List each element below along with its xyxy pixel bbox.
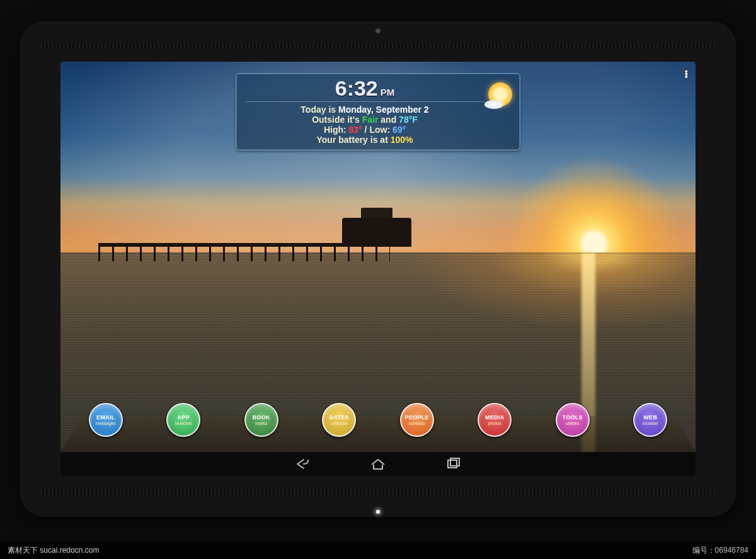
clock-ampm: PM (381, 87, 395, 98)
speaker-top (40, 43, 716, 49)
dock-tools[interactable]: TOOLSutilities (556, 403, 590, 438)
bookmarks-icon: BOOKmarks (244, 403, 278, 437)
status-widget[interactable]: 6:32PM Today is Monday, September 2 Outs… (236, 73, 520, 150)
clock-readout: 6:32PM (245, 77, 484, 99)
dock-book[interactable]: BOOKmarks (244, 403, 278, 438)
android-navbar (60, 452, 696, 476)
nav-back-button[interactable] (293, 457, 312, 471)
stock-id: 编号：06946784 (692, 545, 748, 556)
overflow-menu-icon[interactable]: ••• (684, 71, 688, 78)
dock-email[interactable]: EMAILmessages (89, 403, 123, 438)
contacts-icon: PEOPLEcontacts (400, 403, 434, 437)
dock-web[interactable]: WEBbrowser (633, 403, 667, 438)
tablet-frame: ••• 6:32PM Today is Monday, September 2 … (19, 20, 737, 517)
pier-silhouette (98, 215, 454, 273)
dock: EMAILmessages APPlauncher BOOKmarks DATE… (60, 403, 696, 452)
nav-home-button[interactable] (369, 457, 387, 471)
recents-icon (444, 457, 463, 471)
speaker-bottom (40, 488, 716, 495)
calendar-icon: DATEScalendar (322, 403, 356, 437)
email-icon: EMAILmessages (89, 403, 123, 437)
media-icon: MEDIAphotos (478, 403, 512, 437)
stock-site-footer: 素材天下 sucai.redocn.com 编号：06946784 (0, 541, 756, 559)
browser-icon: WEBbrowser (633, 403, 667, 437)
outside-line: Outside it's Fair and 78°F (245, 115, 484, 125)
weather-sun-icon (488, 82, 512, 106)
notification-led (376, 510, 380, 514)
today-line: Today is Monday, September 2 (245, 104, 484, 115)
apps-icon: APPlauncher (166, 403, 200, 437)
widget-divider (245, 101, 484, 102)
back-icon (293, 457, 312, 471)
screen: ••• 6:32PM Today is Monday, September 2 … (60, 62, 696, 476)
svg-rect-1 (450, 458, 459, 466)
highlow-line: High: 83° / Low: 69° (245, 125, 484, 135)
battery-line: Your battery is at 100% (245, 135, 484, 145)
dock-media[interactable]: MEDIAphotos (478, 403, 512, 438)
dock-dates[interactable]: DATEScalendar (322, 403, 356, 438)
front-camera (374, 26, 382, 35)
dock-people[interactable]: PEOPLEcontacts (400, 403, 434, 438)
home-icon (369, 457, 387, 471)
svg-rect-0 (448, 460, 457, 468)
dock-app[interactable]: APPlauncher (166, 403, 200, 438)
stock-site-label: 素材天下 sucai.redocn.com (8, 545, 692, 556)
nav-recents-button[interactable] (444, 457, 463, 471)
tools-icon: TOOLSutilities (556, 403, 590, 437)
clock-time: 6:32 (335, 76, 378, 100)
